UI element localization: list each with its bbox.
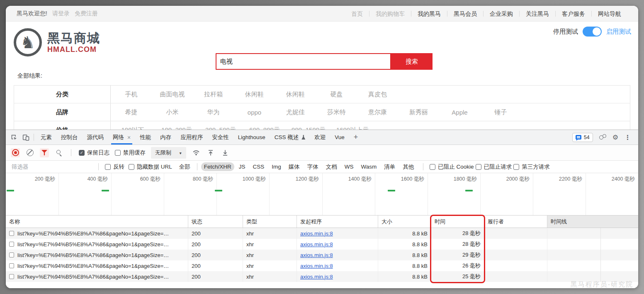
filter-type[interactable]: 全部: [176, 162, 193, 172]
filter-option[interactable]: 希捷: [111, 108, 152, 116]
filter-option[interactable]: 休闲鞋: [275, 91, 316, 98]
third-party-requests-checkbox[interactable]: [513, 164, 519, 170]
topnav-item[interactable]: 企业采购: [483, 11, 519, 17]
close-icon[interactable]: [127, 134, 131, 141]
filter-type[interactable]: Wasm: [358, 162, 380, 171]
login-link[interactable]: 请登录: [52, 10, 70, 17]
column-header[interactable]: 时间: [431, 216, 484, 228]
filter-option[interactable]: oppo: [234, 109, 275, 116]
filter-type[interactable]: JS: [236, 162, 248, 171]
tab-network[interactable]: 网络: [108, 130, 135, 145]
filter-type[interactable]: 清单: [381, 162, 398, 172]
request-checkbox[interactable]: [9, 263, 14, 268]
column-header[interactable]: 履行者: [484, 216, 547, 228]
network-overview-timeline[interactable]: 200 毫秒400 毫秒600 毫秒800 毫秒1000 毫秒1200 毫秒14…: [6, 173, 638, 216]
throttling-select[interactable]: 无限制: [151, 147, 186, 159]
filter-option[interactable]: 尤妮佳: [275, 108, 316, 116]
topnav-item[interactable]: 黑马会员: [447, 11, 483, 17]
export-har-icon[interactable]: [221, 148, 230, 157]
request-checkbox[interactable]: [9, 242, 14, 247]
filter-type[interactable]: 文档: [323, 162, 340, 172]
hide-data-urls-label[interactable]: 隐藏数据 URL: [137, 163, 172, 171]
import-har-icon[interactable]: [206, 148, 215, 157]
clear-button[interactable]: [25, 148, 34, 157]
console-messages-button[interactable]: 54: [572, 133, 593, 142]
preserve-log-checkbox[interactable]: [79, 150, 85, 156]
topnav-item[interactable]: 客户服务: [555, 11, 591, 17]
disable-cache-checkbox[interactable]: [115, 150, 121, 156]
toggle-on-label[interactable]: 启用测试: [606, 28, 631, 36]
search-button[interactable]: 搜索: [391, 53, 433, 70]
filter-option[interactable]: 莎米特: [316, 108, 357, 116]
request-checkbox[interactable]: [9, 252, 14, 257]
tab-lighthouse[interactable]: Lighthouse: [233, 130, 270, 145]
tab-css-overview[interactable]: CSS 概述: [270, 130, 310, 145]
topnav-item[interactable]: 我的购物车: [369, 11, 411, 17]
filter-option[interactable]: 锤子: [480, 108, 521, 116]
invert-label[interactable]: 反转: [113, 163, 124, 171]
topnav-item[interactable]: 关注黑马: [519, 11, 555, 17]
column-header[interactable]: 发起程序: [297, 216, 378, 228]
filter-type[interactable]: WS: [342, 162, 357, 171]
record-button[interactable]: [11, 148, 20, 157]
filter-type[interactable]: 其他: [400, 162, 417, 172]
tab-performance[interactable]: 性能: [135, 130, 156, 145]
tab-vue[interactable]: Vue: [330, 130, 349, 145]
filter-input[interactable]: [11, 163, 92, 170]
topnav-item[interactable]: 我的黑马: [411, 11, 447, 17]
tab-application[interactable]: 应用程序: [176, 130, 207, 145]
search-input[interactable]: [216, 53, 391, 70]
filter-type[interactable]: 字体: [304, 162, 321, 172]
filter-option[interactable]: 拉杆箱: [193, 91, 234, 98]
filter-option[interactable]: 华为: [193, 108, 234, 116]
checkbox-label[interactable]: 第三方请求: [522, 163, 550, 171]
filter-option[interactable]: 意尔康: [357, 108, 398, 116]
filter-option[interactable]: 硬盘: [316, 91, 357, 98]
tab-memory[interactable]: 内存: [156, 130, 176, 145]
request-checkbox[interactable]: [9, 274, 14, 279]
filter-option[interactable]: 曲面电视: [152, 91, 193, 98]
network-conditions-button[interactable]: [192, 148, 201, 157]
filter-type[interactable]: CSS: [250, 162, 267, 171]
issues-icon[interactable]: [599, 134, 606, 140]
tab-welcome[interactable]: 欢迎: [310, 130, 330, 145]
kebab-menu-icon[interactable]: [625, 134, 631, 141]
checkbox-label[interactable]: 已阻止请求: [484, 163, 512, 171]
checkbox-label[interactable]: 已阻止 Cookie: [438, 163, 474, 171]
column-header[interactable]: 名称: [6, 216, 188, 228]
hide-data-urls-checkbox[interactable]: [129, 164, 134, 170]
network-request-row[interactable]: list?key=%E7%94%B5%E8%A7%86&pageNo=1&pag…: [6, 260, 638, 271]
gear-icon[interactable]: [612, 133, 618, 141]
tab-elements[interactable]: 元素: [36, 130, 56, 145]
blocked-requests-checkbox[interactable]: [476, 164, 481, 170]
column-header[interactable]: 大小: [378, 216, 431, 228]
filter-option[interactable]: Apple: [439, 109, 480, 116]
filter-type[interactable]: Fetch/XHR: [201, 162, 234, 171]
invert-checkbox[interactable]: [105, 164, 111, 170]
register-link[interactable]: 免费注册: [75, 10, 98, 17]
initiator-link[interactable]: axios.min.js:8: [300, 230, 333, 237]
filter-option[interactable]: 真皮包: [357, 91, 398, 98]
device-toolbar-icon[interactable]: [20, 132, 32, 143]
filter-option[interactable]: 休闲鞋: [234, 91, 275, 98]
tab-console[interactable]: 控制台: [56, 130, 83, 145]
column-header[interactable]: 类型: [243, 216, 297, 228]
column-header[interactable]: 时间线: [547, 216, 638, 228]
disable-cache-label[interactable]: 禁用缓存: [123, 149, 146, 157]
network-search-button[interactable]: [54, 148, 63, 157]
filter-option[interactable]: 小米: [152, 108, 193, 116]
filter-type[interactable]: 媒体: [286, 162, 303, 172]
network-request-row[interactable]: list?key=%E7%94%B5%E8%A7%86&pageNo=1&pag…: [6, 239, 638, 250]
add-tab-button[interactable]: +: [349, 130, 363, 145]
initiator-link[interactable]: axios.min.js:8: [300, 263, 333, 269]
preserve-log-label[interactable]: 保留日志: [87, 149, 109, 157]
filter-toggle-button[interactable]: [40, 148, 49, 157]
inspect-icon[interactable]: [8, 132, 20, 143]
initiator-link[interactable]: axios.min.js:8: [300, 241, 333, 247]
topnav-item[interactable]: 网站导航: [591, 11, 627, 17]
request-checkbox[interactable]: [9, 231, 14, 236]
filter-type[interactable]: Img: [269, 162, 284, 171]
network-request-row[interactable]: list?key=%E7%94%B5%E8%A7%86&pageNo=1&pag…: [6, 228, 638, 239]
filter-option[interactable]: 手机: [111, 91, 152, 98]
network-request-row[interactable]: list?key=%E7%94%B5%E8%A7%86&pageNo=1&pag…: [6, 250, 638, 260]
